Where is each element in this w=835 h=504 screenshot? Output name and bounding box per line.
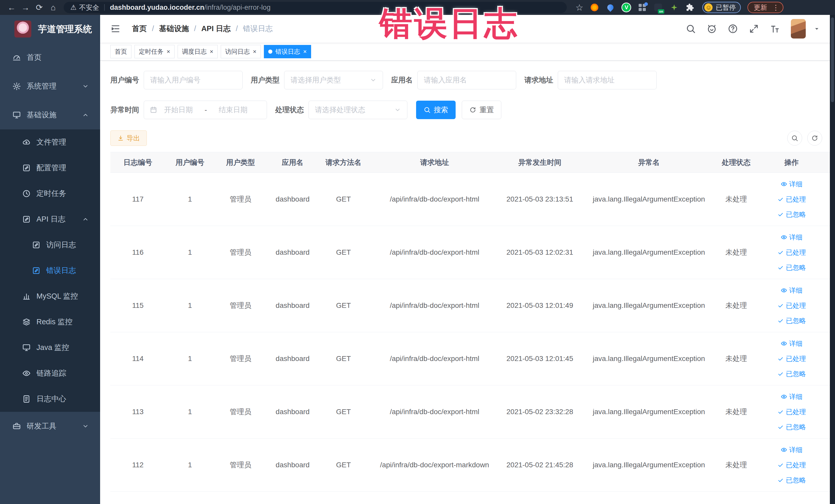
- browser-home-icon[interactable]: ⌂: [46, 3, 60, 12]
- chevron-down-icon: [370, 77, 376, 83]
- top-navbar: 首页 基础设施 API 日志 错误日志: [100, 15, 835, 43]
- browser-reload-icon[interactable]: ⟳: [32, 3, 46, 12]
- sidebar-item-redis-monitor[interactable]: Redis 监控: [0, 309, 100, 335]
- browser-back-icon[interactable]: ←: [5, 3, 19, 12]
- mark-ignored-link[interactable]: 已忽略: [777, 369, 806, 379]
- sidebar-item-java-monitor[interactable]: Java 监控: [0, 335, 100, 361]
- mark-processed-link[interactable]: 已处理: [777, 248, 806, 257]
- extension-orange-icon[interactable]: [590, 3, 599, 12]
- address-bar[interactable]: ⚠ 不安全 dashboard.yudao.iocoder.cn /infra/…: [64, 2, 567, 13]
- sidebar-logo[interactable]: 芋道管理系统: [0, 15, 100, 43]
- scrollbar-thumb[interactable]: [831, 18, 834, 102]
- exception-time-range-picker[interactable]: 开始日期 - 结束日期: [144, 101, 267, 119]
- user-menu-caret-icon[interactable]: [813, 25, 821, 33]
- detail-link[interactable]: 详细: [780, 180, 803, 189]
- extensions-puzzle-icon[interactable]: [685, 3, 695, 12]
- tab-close-icon[interactable]: ×: [303, 48, 307, 55]
- browser-forward-icon[interactable]: →: [19, 3, 32, 12]
- sidebar-item-home[interactable]: 首页: [0, 43, 100, 72]
- help-icon[interactable]: [728, 24, 738, 34]
- extension-blue-icon[interactable]: [606, 3, 615, 12]
- sidebar-toggle-icon[interactable]: [110, 24, 121, 34]
- detail-link[interactable]: 详细: [780, 445, 803, 455]
- browser-menu-kebab-icon[interactable]: ⋮: [771, 3, 781, 12]
- tab-access-log[interactable]: 访问日志 ×: [221, 45, 261, 58]
- user-id-input[interactable]: [144, 71, 243, 89]
- tab-close-icon[interactable]: ×: [210, 48, 213, 55]
- mark-processed-link[interactable]: 已处理: [777, 407, 806, 417]
- profile-paused-badge[interactable]: ☺ 已暂停: [702, 2, 741, 13]
- extension-spark-icon[interactable]: [669, 3, 679, 12]
- fullscreen-icon[interactable]: [749, 24, 759, 34]
- app-title: 芋道管理系统: [38, 23, 92, 35]
- extension-switch-icon[interactable]: on: [653, 3, 663, 12]
- check-icon: [777, 196, 784, 203]
- detail-link[interactable]: 详细: [780, 339, 803, 348]
- reset-button[interactable]: 重置: [462, 101, 501, 119]
- not-secure-label: 不安全: [79, 3, 99, 12]
- tab-close-icon[interactable]: ×: [253, 48, 257, 55]
- tab-schedule-log[interactable]: 调度日志 ×: [178, 45, 218, 58]
- col-log-id: 日志编号: [110, 152, 165, 173]
- sidebar-item-infra[interactable]: 基础设施: [0, 101, 100, 129]
- mark-ignored-link[interactable]: 已忽略: [777, 423, 806, 431]
- address-divider: [104, 4, 105, 11]
- sidebar-item-dev-tools[interactable]: 研发工具: [0, 412, 100, 441]
- sidebar-item-system[interactable]: 系统管理: [0, 72, 100, 101]
- font-size-icon[interactable]: [770, 24, 780, 34]
- date-start-placeholder: 开始日期: [164, 105, 193, 115]
- check-icon: [777, 355, 784, 362]
- tab-error-log[interactable]: 错误日志 ×: [264, 45, 311, 58]
- tab-home[interactable]: 首页: [110, 45, 131, 58]
- extension-vue-devtools-icon[interactable]: V: [622, 3, 631, 12]
- user-avatar[interactable]: [791, 19, 806, 39]
- detail-link[interactable]: 详细: [780, 392, 803, 401]
- refresh-table-button[interactable]: [807, 131, 822, 146]
- sidebar-item-trace[interactable]: 链路追踪: [0, 361, 100, 386]
- exception-time-label: 异常时间: [110, 105, 139, 115]
- sidebar-item-log-center[interactable]: 日志中心: [0, 386, 100, 412]
- breadcrumb-infra[interactable]: 基础设施: [147, 24, 189, 34]
- user-type-select[interactable]: 请选择用户类型: [284, 71, 383, 89]
- tab-scheduled-job[interactable]: 定时任务 ×: [135, 45, 175, 58]
- mark-processed-link[interactable]: 已处理: [777, 461, 806, 469]
- sidebar-item-api-log[interactable]: API 日志: [0, 206, 100, 232]
- breadcrumb-api-log[interactable]: API 日志: [189, 24, 230, 34]
- sidebar-item-mysql-monitor[interactable]: MySQL 监控: [0, 283, 100, 309]
- sidebar-item-scheduled-job[interactable]: 定时任务: [0, 181, 100, 206]
- mark-ignored-link[interactable]: 已忽略: [777, 476, 806, 485]
- sidebar-item-access-log[interactable]: 访问日志: [0, 232, 100, 258]
- browser-update-badge[interactable]: 更新 ⋮: [748, 2, 783, 13]
- sidebar-item-config-manage[interactable]: 配置管理: [0, 155, 100, 181]
- mark-processed-link[interactable]: 已处理: [777, 354, 806, 363]
- status-badge: 未处理: [719, 439, 753, 492]
- mark-ignored-link[interactable]: 已忽略: [777, 210, 806, 219]
- app-name-input[interactable]: [418, 71, 516, 89]
- page-scrollbar[interactable]: [830, 15, 835, 504]
- header-search-icon[interactable]: [686, 24, 696, 34]
- export-button[interactable]: 导出: [110, 130, 147, 146]
- mark-ignored-link[interactable]: 已忽略: [777, 263, 806, 272]
- request-url-input[interactable]: [558, 71, 657, 89]
- tab-close-icon[interactable]: ×: [167, 48, 170, 55]
- col-user-type: 用户类型: [215, 152, 266, 173]
- github-icon[interactable]: [707, 24, 717, 34]
- sidebar-item-file-manage[interactable]: 文件管理: [0, 129, 100, 155]
- mark-ignored-link[interactable]: 已忽略: [777, 316, 806, 325]
- active-tab-dot: [268, 49, 272, 54]
- extension-grid-icon[interactable]: [638, 3, 647, 12]
- sidebar-item-error-log[interactable]: 错误日志: [0, 258, 100, 283]
- mark-processed-link[interactable]: 已处理: [777, 301, 806, 310]
- breadcrumb-home[interactable]: 首页: [132, 24, 147, 34]
- bookmark-star-icon[interactable]: ☆: [575, 2, 583, 13]
- search-icon: [791, 135, 798, 142]
- search-button[interactable]: 搜索: [416, 101, 455, 119]
- eye-icon: [780, 181, 787, 187]
- detail-link[interactable]: 详细: [780, 233, 803, 242]
- mark-processed-link[interactable]: 已处理: [777, 195, 806, 204]
- detail-link[interactable]: 详细: [780, 286, 803, 295]
- col-actions: 操作: [753, 152, 830, 173]
- process-status-select[interactable]: 请选择处理状态: [308, 101, 407, 119]
- chevron-up-icon: [82, 112, 89, 118]
- toggle-search-button[interactable]: [787, 131, 802, 146]
